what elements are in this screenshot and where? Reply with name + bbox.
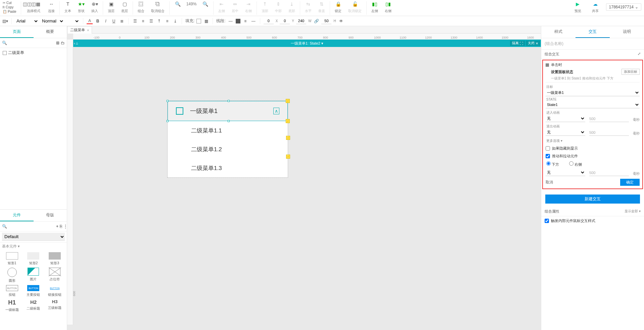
widget-rectd[interactable]: 矩形3 [45, 252, 65, 266]
paint-format-icon[interactable]: ▤▾ [2, 18, 8, 24]
w-input[interactable] [296, 18, 306, 24]
submenu-item[interactable]: 二级菜单1.2⚡ [168, 140, 288, 159]
show-if-hidden-checkbox[interactable] [546, 146, 550, 151]
widget-btnP[interactable]: BUTTON主要按钮 [24, 285, 44, 297]
zoom-in-icon[interactable]: 🔍 [202, 1, 209, 7]
line-color-icon[interactable] [236, 19, 240, 23]
underline-icon[interactable]: U [111, 18, 117, 24]
push-pull-checkbox[interactable] [546, 154, 550, 158]
select-intersect-icon[interactable]: ▦ [35, 1, 41, 7]
widget-rect[interactable]: 矩形1 [2, 252, 22, 266]
widget-section-label[interactable]: 基本元件 ▾ [0, 242, 67, 250]
widget-rectf[interactable]: 矩形2 [24, 252, 44, 266]
copy-button[interactable]: ⎘ Copy [3, 5, 19, 9]
lib-more-icon[interactable]: ⋮ [63, 223, 67, 229]
share-icon[interactable]: ☁ [592, 1, 599, 7]
interaction-bolt-icon[interactable]: ⚡ [286, 119, 290, 123]
show-all-toggle[interactable]: 显示全部 ▾ [625, 209, 641, 214]
add-lib-icon[interactable]: + [56, 223, 58, 229]
target-select[interactable]: 一级菜单1 [546, 89, 640, 96]
tab-interact[interactable]: 交互 [576, 26, 610, 38]
font-select[interactable]: Arial [15, 17, 39, 25]
cancel-button[interactable]: 取消 [546, 180, 553, 185]
more-options-toggle[interactable]: 更多选项 ▾ [546, 139, 640, 143]
submenu-item[interactable]: 二级菜单1.1 [168, 121, 288, 140]
preview-icon[interactable]: ▶ [574, 1, 581, 7]
menu-card[interactable]: 一级菜单1 ∧ ⚡ ⚡ 二级菜单1.1 二级菜单1.2⚡ 二级菜单1.3⚡ [167, 101, 288, 178]
event-header[interactable]: 单击时 [546, 62, 640, 67]
widget-name-input[interactable]: (组合名称) [541, 38, 644, 50]
align-right-text-icon[interactable]: ☰ [148, 18, 154, 24]
tab-masters[interactable]: 母版 [34, 210, 67, 221]
pages-search-input[interactable] [8, 40, 55, 46]
tab-outline[interactable]: 概要 [34, 26, 67, 38]
document-tab[interactable]: 二级菜单 × [67, 26, 92, 34]
trigger-mouse-checkbox[interactable] [545, 219, 549, 223]
cut-button[interactable]: ✂ Cut [3, 1, 19, 5]
italic-icon[interactable]: I [103, 18, 109, 24]
submenu-item[interactable]: 二级菜单1.3⚡ [168, 159, 288, 177]
group-icon[interactable]: ⿴ [138, 1, 144, 7]
tab-pages[interactable]: 页面 [0, 26, 34, 38]
fill-more-icon[interactable]: ▦ [203, 18, 209, 24]
size-select[interactable] [66, 17, 80, 25]
lock-icon[interactable]: 🔒 [335, 1, 341, 7]
tab-style[interactable]: 样式 [541, 26, 576, 38]
widget-btnL[interactable]: BUTTON链接按钮 [45, 285, 65, 297]
dir-below-radio[interactable]: 下方 [546, 161, 559, 167]
shape-icon[interactable]: ★▾ [78, 1, 85, 7]
visibility-icon[interactable]: 👁 [338, 18, 344, 24]
lock-aspect-icon[interactable]: 🔗 [313, 18, 319, 24]
dir-right-radio[interactable]: 右侧 [569, 161, 582, 167]
tree-item[interactable]: 二级菜单 [1, 49, 65, 56]
fill-color-swatch[interactable] [196, 19, 201, 23]
line-cap1-icon[interactable]: — [228, 18, 234, 24]
dp-title[interactable]: 一级菜单1: State2 ▾ [291, 41, 323, 46]
text-icon[interactable]: T [64, 1, 71, 7]
x-input[interactable] [264, 18, 274, 24]
select-mode-icon[interactable]: ◫◫◫ [26, 1, 33, 7]
tab-widgets[interactable]: 元件 [0, 210, 34, 221]
bring-front-icon[interactable]: ▣ [108, 1, 114, 7]
tab-notes[interactable]: 说明 [610, 26, 644, 38]
library-select[interactable]: Default [2, 233, 65, 241]
anim-in-ms-input[interactable] [589, 116, 629, 122]
expand-icon[interactable]: ⤢ [638, 52, 641, 57]
push-anim-select[interactable]: 无 [546, 169, 585, 176]
bullet-icon[interactable]: ≣ [119, 18, 125, 24]
align-left-text-icon[interactable]: ☰ [132, 18, 138, 24]
leftpane-icon[interactable]: ▮▯ [371, 1, 378, 7]
account-dropdown[interactable]: 17864197714⌄ [606, 3, 641, 11]
page-surface[interactable]: 一级菜单1 ∧ ⚡ ⚡ 二级菜单1.1 二级菜单1.2⚡ 二级菜单1.3⚡ [73, 47, 541, 268]
style-select[interactable]: Normal [41, 17, 64, 25]
anim-out-select[interactable]: 无 [546, 129, 585, 136]
zoom-out-icon[interactable]: 🔍 [174, 1, 181, 7]
send-back-icon[interactable]: ▢ [121, 1, 128, 7]
isolate-button[interactable]: 隔离 ⛶ [510, 41, 525, 46]
ok-button[interactable]: 确定 [620, 179, 640, 186]
y-input[interactable] [280, 18, 290, 24]
widget-h2[interactable]: H2二级标题 [24, 299, 44, 312]
add-page-icon[interactable]: ⊞ [56, 40, 59, 46]
line-cap2-icon[interactable]: — [250, 18, 257, 24]
add-folder-icon[interactable]: 🗀 [61, 40, 65, 46]
valign-mid-icon[interactable]: ≡ [164, 18, 170, 24]
h-input[interactable] [321, 18, 331, 24]
state-select[interactable]: State1 [546, 101, 640, 108]
widget-h3[interactable]: H3三级标题 [45, 299, 65, 312]
insert-icon[interactable]: ⊕▾ [91, 1, 98, 7]
valign-top-icon[interactable]: ⤒ [156, 18, 162, 24]
line-width-icon[interactable]: ≡ [242, 18, 248, 24]
widget-btn[interactable]: BUTTON按钮 [2, 285, 22, 297]
paste-button[interactable]: 📋 Paste [3, 9, 19, 14]
widget-img[interactable]: 图片 [24, 268, 44, 283]
anim-in-select[interactable]: 无 [546, 115, 585, 122]
connect-icon[interactable]: ↔ [48, 1, 55, 7]
widget-h1[interactable]: H1一级标题 [2, 299, 22, 312]
widget-circle[interactable]: 圆形 [2, 268, 22, 283]
widget-ph[interactable]: 占位符 [45, 268, 65, 283]
anim-out-ms-input[interactable] [589, 129, 629, 136]
dp-prev-icon[interactable]: ‹ [74, 41, 75, 45]
collapse-icon[interactable]: ∧ [273, 108, 279, 114]
valign-bot-icon[interactable]: ⤓ [172, 18, 178, 24]
